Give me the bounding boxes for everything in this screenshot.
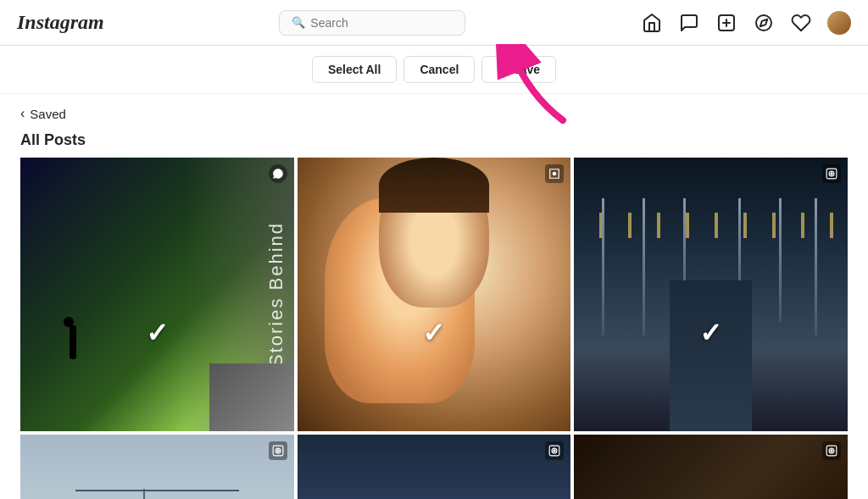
svg-point-18 (831, 450, 832, 452)
reels-icon-3 (822, 164, 841, 183)
svg-marker-4 (760, 19, 767, 25)
home-icon[interactable] (641, 12, 663, 34)
search-bar[interactable]: 🔍 (279, 10, 465, 36)
profile-avatar[interactable] (827, 11, 851, 35)
messenger-badge-icon (269, 164, 287, 183)
checkmark-1: ✓ (146, 317, 169, 349)
checkmark-2: ✓ (422, 317, 445, 349)
search-icon: 🔍 (292, 16, 305, 29)
grid-item-3[interactable]: ✓ (574, 158, 848, 431)
cancel-button[interactable]: Cancel (403, 56, 475, 83)
svg-point-15 (554, 450, 555, 452)
grid-item-5[interactable] (298, 435, 571, 499)
header: Instagram 🔍 (0, 0, 868, 46)
reels-icon-5 (545, 441, 564, 460)
grid-item-6[interactable] (574, 435, 848, 499)
svg-point-12 (276, 450, 278, 452)
checkmark-3: ✓ (699, 317, 722, 349)
reels-icon-6 (822, 441, 841, 460)
search-input[interactable] (310, 16, 453, 30)
photo-grid: Stories Behind ✓ ✓ (0, 158, 868, 499)
messenger-icon[interactable] (678, 12, 700, 34)
unsave-button[interactable]: Unsave (481, 56, 556, 83)
logo: Instagram (17, 11, 104, 34)
back-button[interactable]: ‹ (20, 106, 25, 121)
svg-point-6 (553, 172, 557, 176)
action-bar: Select All Cancel Unsave (0, 46, 868, 94)
reels-icon-2 (545, 164, 564, 183)
svg-point-3 (756, 15, 771, 30)
select-all-button[interactable]: Select All (312, 56, 398, 83)
explore-icon[interactable] (753, 12, 775, 34)
grid-item-4[interactable] (20, 435, 294, 499)
reels-icon-4 (269, 441, 287, 460)
grid-item-1[interactable]: Stories Behind ✓ (20, 158, 294, 431)
create-icon[interactable] (715, 12, 737, 34)
grid-item-2[interactable]: ✓ (298, 158, 571, 431)
heart-icon[interactable] (790, 12, 812, 34)
nav-icons (641, 11, 851, 35)
svg-point-9 (831, 173, 832, 175)
saved-label: Saved (30, 107, 66, 121)
saved-nav: ‹ Saved (0, 94, 868, 126)
section-title: All Posts (0, 126, 868, 158)
